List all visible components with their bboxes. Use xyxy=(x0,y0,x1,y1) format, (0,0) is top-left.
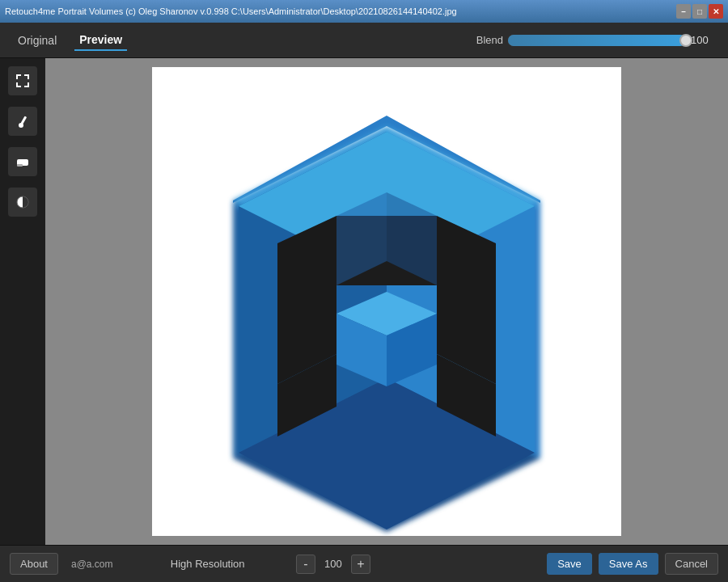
about-button[interactable]: About xyxy=(10,553,58,575)
maximize-button[interactable]: □ xyxy=(692,4,707,19)
titlebar-controls: – □ ✕ xyxy=(676,4,723,19)
cancel-button[interactable]: Cancel xyxy=(665,553,718,575)
svg-point-9 xyxy=(19,123,23,128)
close-button[interactable]: ✕ xyxy=(709,4,723,19)
eraser-icon xyxy=(15,154,30,169)
logo-image xyxy=(152,67,621,536)
svg-rect-11 xyxy=(17,164,23,167)
contrast-tool-button[interactable] xyxy=(8,188,37,217)
save-as-button[interactable]: Save As xyxy=(599,553,658,575)
svg-rect-8 xyxy=(21,116,28,124)
bottombar: About a@a.com High Resolution - 100 + Sa… xyxy=(0,545,728,582)
sidebar xyxy=(0,58,45,545)
resolution-label: High Resolution xyxy=(171,558,245,570)
canvas-area xyxy=(45,58,728,545)
eraser-tool-button[interactable] xyxy=(8,147,37,176)
toolbar: Original Preview Blend 100 xyxy=(0,23,728,58)
titlebar: Retouch4me Portrait Volumes (c) Oleg Sha… xyxy=(0,0,728,23)
contrast-icon xyxy=(15,195,30,209)
zoom-value: 100 xyxy=(319,558,348,570)
resolution-display: High Resolution xyxy=(126,558,290,570)
blend-control: Blend 100 xyxy=(476,34,715,46)
blend-value: 100 xyxy=(691,34,715,46)
svg-rect-3 xyxy=(28,74,29,79)
image-canvas xyxy=(152,67,621,536)
blend-label-text: Blend xyxy=(476,34,503,46)
svg-rect-1 xyxy=(16,74,18,79)
zoom-out-button[interactable]: - xyxy=(296,555,315,574)
main-area xyxy=(0,58,728,545)
email-display: a@a.com xyxy=(71,559,113,570)
minimize-button[interactable]: – xyxy=(676,4,691,19)
blend-slider[interactable] xyxy=(508,35,686,46)
tab-original[interactable]: Original xyxy=(13,31,61,50)
brush-tool-button[interactable] xyxy=(8,107,37,136)
save-button[interactable]: Save xyxy=(547,553,592,575)
tab-preview[interactable]: Preview xyxy=(74,30,127,51)
zoom-control: - 100 + xyxy=(296,555,370,574)
svg-rect-7 xyxy=(28,82,29,87)
fit-tool-button[interactable] xyxy=(8,66,37,95)
brush-icon xyxy=(15,114,30,129)
zoom-in-button[interactable]: + xyxy=(351,555,370,574)
fit-icon xyxy=(15,74,30,88)
svg-rect-5 xyxy=(16,82,18,87)
titlebar-title: Retouch4me Portrait Volumes (c) Oleg Sha… xyxy=(5,6,670,16)
